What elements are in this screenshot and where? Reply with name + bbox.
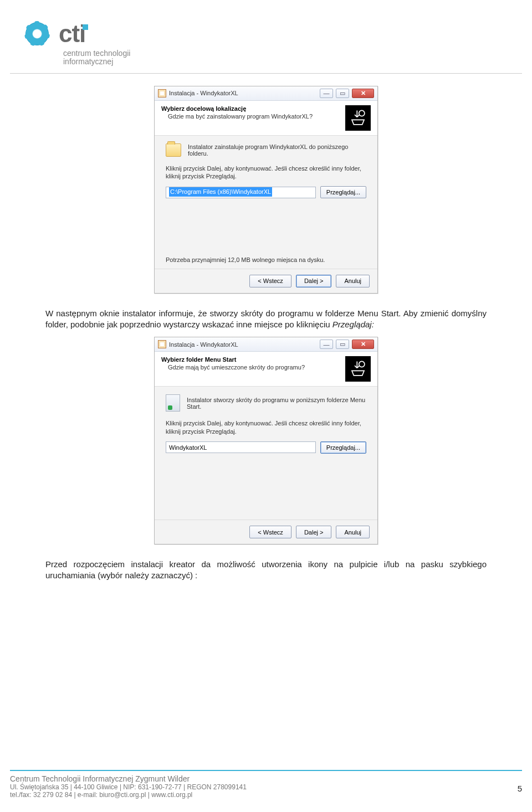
instruction-text: Kliknij przycisk Dalej, aby kontynuować.…	[166, 419, 366, 436]
logo-row: cti	[21, 18, 522, 50]
svg-point-0	[359, 110, 365, 116]
dialog-heading: Wybierz docelową lokalizację	[161, 105, 313, 112]
cancel-button[interactable]: Anuluj	[336, 526, 370, 538]
maximize-button[interactable]: ▭	[336, 340, 349, 349]
install-path-input[interactable]: C:\Program Files (x86)\WindykatorXL	[166, 187, 316, 198]
page-number: 5	[518, 784, 522, 793]
svg-point-1	[359, 361, 365, 367]
page-footer: Centrum Technologii Informatycznej Zygmu…	[10, 770, 522, 799]
dialog-body: Instalator zainstaluje program Windykato…	[155, 136, 377, 269]
minimize-button[interactable]: —	[320, 340, 333, 349]
disk-space-note: Potrzeba przynajmniej 12,0 MB wolnego mi…	[166, 256, 325, 263]
close-button[interactable]: ✕	[352, 340, 374, 349]
install-info-text: Instalator stworzy skróty do programu w …	[187, 397, 366, 410]
body-paragraph-1: W następnym oknie instalator informuje, …	[45, 308, 487, 331]
para1-text: W następnym oknie instalator informuje, …	[45, 309, 487, 329]
folder-icon	[166, 143, 181, 157]
body-paragraph-2: Przed rozpoczęciem instalacji kreator da…	[45, 559, 487, 582]
next-button[interactable]: Dalej >	[296, 526, 332, 538]
startmenu-folder-input[interactable]	[166, 441, 316, 453]
footer-contact: tel./fax: 32 279 02 84 | e-mail: biuro@c…	[10, 791, 247, 799]
path-row: Przeglądaj...	[166, 441, 366, 454]
minimize-button[interactable]: —	[320, 89, 333, 98]
footer-address: Ul. Świętojańska 35 | 44-100 Gliwice | N…	[10, 783, 247, 791]
window-title: Instalacja - WindykatorXL	[169, 341, 317, 348]
browse-button[interactable]: Przeglądaj...	[320, 441, 366, 454]
body-info-row: Instalator zainstaluje program Windykato…	[166, 143, 366, 157]
logo-subtitle-2: informatycznej	[63, 57, 522, 66]
installer-icon	[158, 340, 166, 348]
dialog-heading: Wybierz folder Menu Start	[161, 356, 305, 363]
dialog-footer: < Wstecz Dalej > Anuluj	[155, 520, 377, 544]
para1-em: Przeglądaj:	[332, 320, 374, 329]
footer-company: Centrum Technologii Informatycznej Zygmu…	[10, 774, 247, 783]
instruction-text: Kliknij przycisk Dalej, aby kontynuować.…	[166, 165, 366, 181]
path-row: C:\Program Files (x86)\WindykatorXL Prze…	[166, 186, 366, 198]
close-button[interactable]: ✕	[352, 89, 374, 98]
titlebar: Instalacja - WindykatorXL — ▭ ✕	[155, 86, 377, 101]
dialog-header-text: Wybierz folder Menu Start Gdzie mają być…	[161, 356, 305, 371]
back-button[interactable]: < Wstecz	[249, 526, 291, 538]
disk-arrow-icon	[345, 356, 371, 382]
body-info-row: Instalator stworzy skróty do programu w …	[166, 394, 366, 412]
logo-dot-icon	[83, 24, 88, 30]
browse-button[interactable]: Przeglądaj...	[320, 186, 366, 198]
titlebar: Instalacja - WindykatorXL — ▭ ✕	[155, 337, 377, 352]
maximize-button[interactable]: ▭	[336, 89, 349, 98]
page-content: Instalacja - WindykatorXL — ▭ ✕ Wybierz …	[0, 74, 532, 582]
page-header: cti centrum technologii informatycznej	[10, 0, 522, 74]
disk-arrow-icon	[345, 105, 371, 131]
shortcut-icon	[166, 394, 180, 412]
install-info-text: Instalator zainstaluje program Windykato…	[188, 143, 366, 157]
dialog-subheading: Gdzie mają być umieszczone skróty do pro…	[161, 364, 305, 371]
dialog-body: Instalator stworzy skróty do programu w …	[155, 387, 377, 520]
dialog-subheading: Gdzie ma być zainstalowany program Windy…	[161, 113, 313, 120]
installer-dialog-location: Instalacja - WindykatorXL — ▭ ✕ Wybierz …	[154, 86, 378, 294]
back-button[interactable]: < Wstecz	[249, 275, 291, 287]
installer-icon	[158, 89, 166, 97]
dialog-header: Wybierz folder Menu Start Gdzie mają być…	[155, 352, 377, 386]
logo-icon	[21, 18, 53, 50]
next-button[interactable]: Dalej >	[296, 275, 332, 287]
dialog-header-text: Wybierz docelową lokalizację Gdzie ma by…	[161, 105, 313, 120]
dialog-header: Wybierz docelową lokalizację Gdzie ma by…	[155, 101, 377, 135]
brand-text: cti	[59, 20, 85, 47]
installer-dialog-startmenu: Instalacja - WindykatorXL — ▭ ✕ Wybierz …	[154, 337, 378, 544]
window-title: Instalacja - WindykatorXL	[169, 90, 317, 96]
footer-left: Centrum Technologii Informatycznej Zygmu…	[10, 774, 247, 799]
cancel-button[interactable]: Anuluj	[336, 275, 370, 287]
logo-text: cti	[59, 20, 91, 48]
dialog-footer: < Wstecz Dalej > Anuluj	[155, 269, 377, 293]
